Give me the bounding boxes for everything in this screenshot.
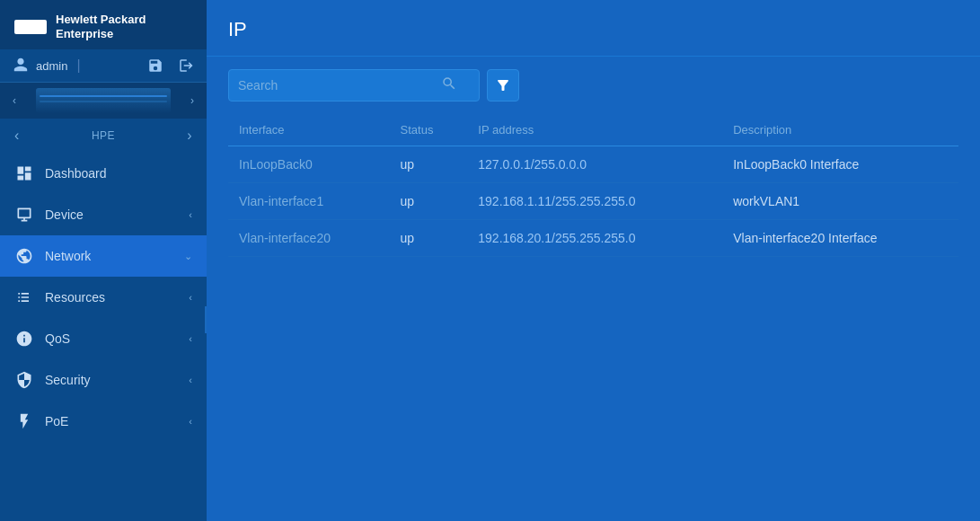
qos-icon	[14, 329, 34, 349]
user-icon	[13, 57, 31, 75]
device-chevron: ‹	[189, 209, 192, 220]
cell-description: InLoopBack0 Interface	[722, 146, 958, 183]
sidebar-item-dashboard[interactable]: Dashboard	[0, 153, 207, 194]
nav-header-row: ‹ HPE ›	[0, 119, 207, 153]
col-interface: Interface	[228, 114, 390, 146]
device-label: Device	[45, 208, 178, 222]
table-row[interactable]: Vlan-interface1up192.168.1.11/255.255.25…	[228, 183, 958, 220]
cell-interface: Vlan-interface1	[228, 183, 390, 220]
filter-button[interactable]	[487, 69, 519, 102]
main-content: IP Interface Status IP address Descripti…	[207, 0, 980, 521]
poe-icon	[14, 411, 34, 431]
network-chevron: ⌄	[184, 251, 192, 262]
nav-section: ‹ HPE › Dashboard Device ‹	[0, 119, 207, 521]
device-image-section: ‹ ›	[0, 83, 207, 119]
sidebar-item-resources[interactable]: Resources ‹	[0, 277, 207, 318]
table-header-row: Interface Status IP address Description	[228, 114, 958, 146]
table-row[interactable]: InLoopBack0up127.0.0.1/255.0.0.0InLoopBa…	[228, 146, 958, 183]
network-icon	[14, 246, 34, 266]
col-status: Status	[390, 114, 468, 146]
sidebar-item-qos[interactable]: QoS ‹	[0, 318, 207, 359]
search-icon[interactable]	[441, 75, 457, 95]
data-table: Interface Status IP address Description …	[207, 114, 980, 521]
sidebar-item-poe[interactable]: PoE ‹	[0, 401, 207, 442]
user-info: admin |	[13, 57, 140, 75]
hpe-logo-text: Hewlett Packard Enterprise	[56, 13, 146, 40]
cell-ip-address: 192.168.1.11/255.255.255.0	[467, 183, 722, 220]
cell-status: up	[390, 146, 468, 183]
toolbar	[207, 57, 980, 114]
security-chevron: ‹	[189, 375, 192, 385]
logo-line2: Enterprise	[56, 27, 146, 41]
device-image	[36, 88, 171, 113]
dashboard-icon	[14, 163, 34, 183]
col-description: Description	[722, 114, 958, 146]
logout-icon[interactable]	[178, 57, 194, 74]
dashboard-label: Dashboard	[45, 166, 192, 181]
resources-icon	[14, 287, 34, 307]
cell-description: Vlan-interface20 Interface	[722, 220, 958, 257]
scroll-down-arrow[interactable]: ›	[187, 91, 198, 110]
hpe-logo-box	[14, 20, 47, 34]
cell-interface: Vlan-interface20	[228, 220, 390, 257]
resources-chevron: ‹	[189, 292, 192, 303]
cell-interface: InLoopBack0	[228, 146, 390, 183]
nav-prev-arrow[interactable]: ‹	[14, 128, 20, 144]
nav-next-arrow[interactable]: ›	[187, 128, 192, 144]
ip-table: Interface Status IP address Description …	[228, 114, 958, 257]
resources-label: Resources	[45, 290, 178, 305]
security-label: Security	[45, 373, 178, 387]
col-ip-address: IP address	[467, 114, 722, 146]
qos-chevron: ‹	[189, 333, 192, 344]
sidebar-collapse-btn[interactable]: ‹	[205, 306, 207, 333]
poe-chevron: ‹	[189, 416, 192, 427]
save-icon[interactable]	[147, 57, 163, 74]
nav-wrapper: ‹ HPE › Dashboard Device ‹	[0, 119, 207, 521]
sidebar-item-network[interactable]: Network ⌄	[0, 235, 207, 277]
sidebar-item-device[interactable]: Device ‹	[0, 194, 207, 235]
cell-status: up	[390, 183, 468, 220]
sidebar: Hewlett Packard Enterprise admin | ‹ › ‹	[0, 0, 207, 521]
device-image-bar: ‹ ›	[0, 83, 207, 119]
logo-line1: Hewlett Packard	[56, 13, 146, 27]
device-icon	[14, 205, 34, 225]
user-bar: admin |	[0, 49, 207, 83]
poe-label: PoE	[45, 414, 178, 428]
sidebar-item-security[interactable]: Security ‹	[0, 359, 207, 401]
cell-ip-address: 192.168.20.1/255.255.255.0	[467, 220, 722, 257]
search-input[interactable]	[238, 78, 436, 93]
cell-status: up	[390, 220, 468, 257]
table-body: InLoopBack0up127.0.0.1/255.0.0.0InLoopBa…	[228, 146, 958, 257]
qos-label: QoS	[45, 331, 178, 346]
scroll-up-arrow[interactable]: ‹	[9, 91, 20, 110]
page-title: IP	[207, 0, 980, 57]
table-row[interactable]: Vlan-interface20up192.168.20.1/255.255.2…	[228, 220, 958, 257]
search-box	[228, 69, 480, 102]
username-label: admin	[36, 59, 67, 73]
network-label: Network	[45, 249, 173, 263]
cell-description: workVLAN1	[722, 183, 958, 220]
sidebar-header: Hewlett Packard Enterprise	[0, 0, 207, 49]
nav-header-label: HPE	[92, 129, 115, 142]
cell-ip-address: 127.0.0.1/255.0.0.0	[467, 146, 722, 183]
security-icon	[14, 370, 34, 390]
